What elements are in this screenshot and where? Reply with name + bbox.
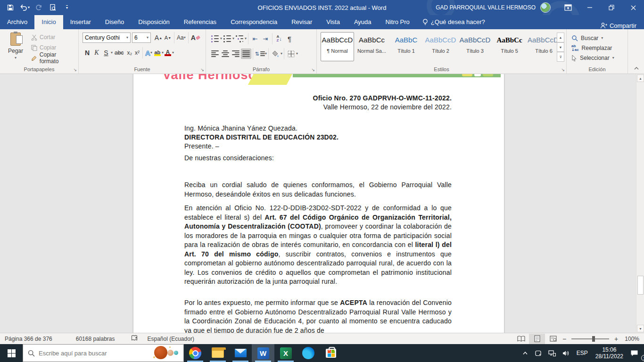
align-right-icon[interactable] [231,49,241,59]
tab-inicio[interactable]: Inicio [34,15,63,29]
tab-nitro-pro[interactable]: Nitro Pro [379,15,417,29]
vertical-scrollbar[interactable]: ▲ ▼ [636,74,644,333]
styles-more-icon[interactable]: ⊽ [557,52,564,62]
scroll-down-icon[interactable]: ▼ [637,325,644,332]
align-center-icon[interactable] [220,49,231,59]
line-spacing-icon[interactable]: ⇅ [255,49,265,59]
borders-caret[interactable]: ▾ [296,52,298,56]
zoom-slider-thumb[interactable] [592,336,595,342]
increase-indent-icon[interactable]: ⇥ [260,33,271,44]
pilcrow-icon[interactable]: ¶ [284,33,295,44]
paste-button[interactable]: Pegar ▾ [4,31,27,65]
find-button[interactable]: Buscar ▾ [567,33,627,43]
tray-language-indicator[interactable]: ESP [573,350,592,356]
minimize-button[interactable] [579,0,601,15]
strikethrough-button[interactable]: abc [113,48,125,58]
line-spacing-caret[interactable]: ▾ [265,52,267,56]
numbering-icon[interactable] [222,33,232,44]
multilevel-list-icon[interactable] [234,33,245,44]
proofing-icon[interactable] [126,335,143,343]
word-count[interactable]: 60168 palabras [71,336,120,342]
font-color-caret[interactable]: ▾ [172,51,174,55]
underline-button[interactable]: S [101,48,111,58]
language-indicator[interactable]: Español (Ecuador) [143,336,199,342]
sort-icon[interactable]: AZ ↓ [274,33,284,44]
account-name[interactable]: GAD PARROQUIAL VALLE HERMOSO [436,4,536,11]
save-icon[interactable] [4,1,17,14]
tab-archivo[interactable]: Archivo [0,15,34,29]
tab-vista[interactable]: Vista [319,15,347,29]
collapse-ribbon-icon[interactable] [634,65,639,72]
tab-correspondencia[interactable]: Correspondencia [223,15,284,29]
align-left-icon[interactable] [210,49,220,59]
undo-dropdown-caret[interactable]: ▾ [28,6,30,9]
dialog-launcher-icon[interactable]: ↘ [561,67,565,72]
customize-qat-icon[interactable]: ▾ [60,1,74,14]
shading-icon[interactable] [270,49,281,59]
taskbar-store-icon[interactable] [320,344,342,362]
taskbar-file-explorer-icon[interactable] [206,344,229,362]
bold-button[interactable]: N [83,48,92,58]
font-size-combo[interactable]: 6 ▾ [132,33,151,43]
taskbar-excel-icon[interactable]: X [274,344,297,362]
tab-disposicion[interactable]: Disposición [131,15,176,29]
change-case-button[interactable]: Aa▾ [176,33,187,43]
tab-referencias[interactable]: Referencias [177,15,223,29]
style-normal-sa[interactable]: AaBbCc Normal Sa... [355,32,388,61]
style-normal[interactable]: AaBbCcD ¶ Normal [321,32,354,61]
zoom-in-icon[interactable]: + [613,335,619,343]
search-input[interactable] [35,350,183,357]
paste-dropdown-caret[interactable]: ▾ [15,56,17,60]
zoom-slider[interactable] [571,338,609,339]
tray-tablet-mode-icon[interactable] [531,344,545,362]
print-layout-icon[interactable] [529,334,545,344]
multilevel-caret[interactable]: ▾ [245,37,247,41]
tray-network-icon[interactable] [545,344,559,362]
zoom-out-icon[interactable]: − [561,335,568,343]
dialog-launcher-icon[interactable]: ↘ [73,67,77,72]
scrollbar-thumb[interactable] [637,276,644,295]
select-button[interactable]: Seleccionar ▾ [567,53,627,63]
styles-scroll-up-icon[interactable]: ▲ [557,33,564,42]
web-layout-icon[interactable] [545,334,561,344]
highlight-button[interactable]: ab [153,48,162,58]
tray-clock[interactable]: 15:06 28/11/2022 [592,346,627,360]
document-canvas[interactable]: Valle Hermoso Oficio Nro. 270 GADPRVH-O-… [0,74,644,333]
taskbar-word-icon[interactable]: W [252,344,274,362]
tray-hidden-icons-chevron[interactable] [519,344,531,362]
ribbon-display-options-icon[interactable] [557,0,579,15]
account-avatar[interactable] [540,2,551,13]
tab-insertar[interactable]: Insertar [63,15,98,29]
tab-revisar[interactable]: Revisar [284,15,319,29]
taskbar-chrome-icon[interactable] [184,344,206,362]
tab-diseno[interactable]: Diseño [98,15,131,29]
restore-button[interactable] [601,0,622,15]
style-titulo-6[interactable]: AaBbCcDc Título 6 [527,32,561,61]
undo-icon[interactable]: ▾ [18,1,31,14]
clear-formatting-button[interactable]: A [190,33,201,43]
superscript-button[interactable]: x² [133,48,141,58]
tab-ayuda[interactable]: Ayuda [347,15,379,29]
style-titulo-3[interactable]: AaBbCcD Título 3 [458,32,492,61]
subscript-button[interactable]: x₂ [125,48,133,58]
italic-button[interactable]: K [92,48,101,58]
text-effects-button[interactable]: A▾ [144,48,153,58]
dialog-launcher-icon[interactable]: ↘ [311,67,315,72]
style-titulo-5[interactable]: AaBbCc Título 5 [493,32,526,61]
close-button[interactable] [622,0,644,15]
shading-caret[interactable]: ▾ [281,52,282,56]
justify-icon[interactable] [241,49,251,59]
tray-volume-icon[interactable] [559,344,573,362]
replace-button[interactable]: ab⇣ac Reemplazar [567,43,627,53]
bullets-icon[interactable] [210,33,220,44]
page-indicator[interactable]: Página 366 de 376 [0,336,57,342]
print-preview-icon[interactable] [46,1,59,14]
zoom-level[interactable]: 100% [619,336,644,342]
taskbar-mail-icon[interactable] [229,344,252,362]
dialog-launcher-icon[interactable]: ↘ [200,67,204,72]
font-color-button[interactable]: A [164,48,172,58]
taskbar-search[interactable] [23,344,184,362]
style-titulo-1[interactable]: AaBbC Título 1 [389,32,423,61]
share-button[interactable]: Compartir [600,22,644,29]
styles-scroll-down-icon[interactable]: ▼ [557,42,564,52]
